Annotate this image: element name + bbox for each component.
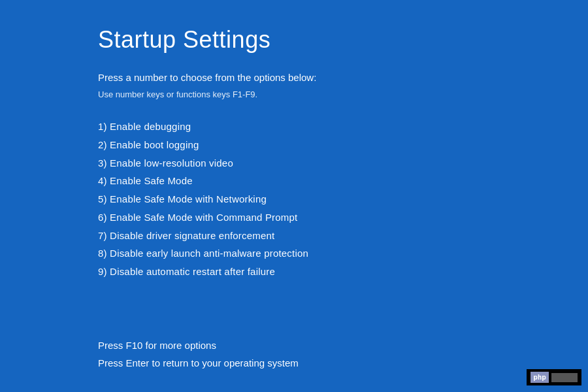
list-item[interactable]: 4) Enable Safe Mode — [98, 172, 490, 190]
list-item[interactable]: 8) Disable early launch anti-malware pro… — [98, 244, 490, 263]
footer-line2: Press Enter to return to your operating … — [98, 354, 299, 372]
instruction-secondary: Use number keys or functions keys F1-F9. — [98, 90, 490, 99]
main-container: Startup Settings Press a number to choos… — [0, 0, 588, 314]
php-badge-text: php — [531, 372, 549, 383]
list-item[interactable]: 3) Enable low-resolution video — [98, 154, 490, 172]
php-badge: php — [527, 369, 581, 385]
footer-line1: Press F10 for more options — [98, 336, 299, 355]
list-item[interactable]: 1) Enable debugging — [98, 118, 490, 136]
list-item[interactable]: 6) Enable Safe Mode with Command Prompt — [98, 208, 490, 227]
options-list: 1) Enable debugging 2) Enable boot loggi… — [98, 118, 490, 281]
list-item[interactable]: 9) Disable automatic restart after failu… — [98, 263, 490, 281]
footer-section: Press F10 for more options Press Enter t… — [98, 336, 299, 373]
page-title: Startup Settings — [98, 26, 490, 54]
list-item[interactable]: 2) Enable boot logging — [98, 136, 490, 154]
php-badge-bar — [551, 373, 578, 382]
list-item[interactable]: 7) Disable driver signature enforcement — [98, 227, 490, 245]
instruction-primary: Press a number to choose from the option… — [98, 72, 490, 83]
list-item[interactable]: 5) Enable Safe Mode with Networking — [98, 190, 490, 208]
